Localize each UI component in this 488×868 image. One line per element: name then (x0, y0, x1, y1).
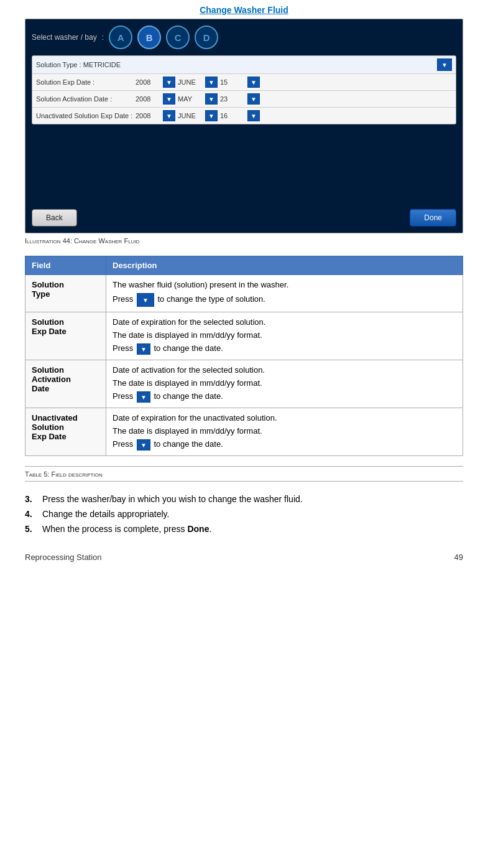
desc-p3: Press ▼ to change the date. (113, 343, 456, 355)
exp-year-dropdown[interactable]: ▼ (163, 77, 175, 88)
solution-exp-label: Solution Exp Date : (36, 78, 136, 86)
unact-day: 16 (220, 112, 245, 119)
washer-selector: Select washer / bay : A B C D (32, 26, 456, 49)
field-desc-solution-exp: Date of expiration for the selected solu… (106, 312, 463, 360)
desc-p2: Press ▼ to change the type of solution. (113, 293, 456, 307)
unact-year-dropdown[interactable]: ▼ (163, 110, 175, 121)
activation-date-label: Solution Activation Date : (36, 95, 136, 103)
exp-year: 2008 (136, 78, 160, 86)
dropdown-icon-large: ▼ (137, 293, 154, 307)
act-month-dropdown[interactable]: ▼ (205, 93, 218, 105)
table-header-field: Field (25, 256, 106, 275)
field-name-solution-exp: SolutionExp Date (25, 312, 106, 360)
solution-type-row: Solution Type : METRICIDE ▼ (32, 56, 456, 74)
steps-list: 3. Press the washer/bay in which you wis… (25, 494, 463, 534)
form-panel: Solution Type : METRICIDE ▼ Solution Exp… (32, 55, 456, 124)
field-desc-solution-type: The washer fluid (solution) present in t… (106, 275, 463, 312)
back-button[interactable]: Back (32, 209, 77, 226)
desc-p1: Date of expiration for the selected solu… (113, 317, 456, 327)
bottom-buttons: Back Done (32, 209, 456, 226)
table-row: UnactivatedSolutionExp Date Date of expi… (25, 408, 463, 456)
act-month: MAY (178, 95, 203, 103)
desc-p2: The date is displayed in mm/dd/yy format… (113, 426, 456, 436)
washer-btn-a[interactable]: A (109, 26, 132, 49)
step-5-text: When the process is complete, press Done… (42, 524, 211, 534)
illustration-caption: Illustration 44: Change Washer Fluid (25, 237, 463, 245)
unactivated-exp-controls: 2008 ▼ JUNE ▼ 16 ▼ (136, 110, 452, 121)
solution-exp-row: Solution Exp Date : 2008 ▼ JUNE ▼ 15 ▼ (32, 74, 456, 91)
step-4-num: 4. (25, 509, 36, 519)
field-name-solution-type: SolutionType (25, 275, 106, 312)
table-header-description: Description (106, 256, 463, 275)
footer-right: 49 (454, 553, 463, 562)
desc-p2: The date is displayed in mm/dd/yy format… (113, 378, 456, 388)
desc-p3: Press ▼ to change the date. (113, 391, 456, 403)
washer-btn-b[interactable]: B (137, 26, 161, 49)
unact-month-dropdown[interactable]: ▼ (205, 110, 218, 121)
solution-type-dropdown[interactable]: ▼ (437, 58, 452, 71)
unactivated-exp-row: Unactivated Solution Exp Date : 2008 ▼ J… (32, 108, 456, 124)
step-3-num: 3. (25, 494, 36, 504)
field-table: Field Description SolutionType The washe… (25, 256, 463, 456)
exp-day: 15 (220, 78, 245, 86)
solution-exp-controls: 2008 ▼ JUNE ▼ 15 ▼ (136, 77, 452, 88)
desc-p1: Date of expiration for the unactivated s… (113, 413, 456, 422)
unact-year: 2008 (136, 112, 160, 119)
table-row: SolutionExp Date Date of expiration for … (25, 312, 463, 360)
table-caption: Table 5: Field description (25, 470, 103, 478)
illustration-box: Select washer / bay : A B C D Solution T… (25, 19, 463, 233)
washer-btn-c[interactable]: C (166, 26, 190, 49)
activation-date-controls: 2008 ▼ MAY ▼ 23 ▼ (136, 93, 452, 105)
field-name-activation: SolutionActivationDate (25, 360, 106, 408)
table-row: SolutionType The washer fluid (solution)… (25, 275, 463, 312)
field-desc-unactivated: Date of expiration for the unactivated s… (106, 408, 463, 456)
washer-btn-d[interactable]: D (195, 26, 218, 49)
step-3: 3. Press the washer/bay in which you wis… (25, 494, 463, 504)
unact-day-dropdown[interactable]: ▼ (247, 110, 260, 121)
unactivated-exp-label: Unactivated Solution Exp Date : (36, 112, 136, 119)
solution-type-label: Solution Type : METRICIDE (36, 61, 437, 68)
washer-colon: : (102, 33, 104, 42)
page-title: Change Washer Fluid (25, 0, 463, 19)
page-footer: Reprocessing Station 49 (25, 553, 463, 562)
exp-day-dropdown[interactable]: ▼ (247, 77, 260, 88)
done-text: Done (187, 524, 209, 534)
dark-area (32, 129, 456, 204)
step-5-num: 5. (25, 524, 36, 534)
desc-p2: The date is displayed in mm/dd/yy format… (113, 330, 456, 340)
dropdown-icon-small: ▼ (137, 391, 150, 403)
footer-left: Reprocessing Station (25, 553, 102, 562)
step-5: 5. When the process is complete, press D… (25, 524, 463, 534)
desc-p3: Press ▼ to change the date. (113, 439, 456, 450)
step-4-text: Change the details appropriately. (42, 509, 169, 519)
exp-month-dropdown[interactable]: ▼ (205, 77, 218, 88)
activation-date-row: Solution Activation Date : 2008 ▼ MAY ▼ … (32, 91, 456, 108)
dropdown-icon-small: ▼ (137, 439, 150, 450)
step-3-text: Press the washer/bay in which you wish t… (42, 494, 303, 504)
field-name-unactivated: UnactivatedSolutionExp Date (25, 408, 106, 456)
table-row: SolutionActivationDate Date of activatio… (25, 360, 463, 408)
act-year-dropdown[interactable]: ▼ (163, 93, 175, 105)
caption-text: Illustration 44: Change Washer Fluid (25, 237, 139, 245)
unact-month: JUNE (178, 112, 203, 119)
act-day: 23 (220, 95, 245, 103)
field-desc-activation: Date of activation for the selected solu… (106, 360, 463, 408)
dropdown-icon-small: ▼ (137, 343, 150, 355)
done-button[interactable]: Done (410, 209, 456, 226)
washer-selector-label: Select washer / bay (32, 33, 97, 42)
desc-p1: Date of activation for the selected solu… (113, 365, 456, 375)
act-year: 2008 (136, 95, 160, 103)
exp-month: JUNE (178, 78, 203, 86)
desc-p1: The washer fluid (solution) present in t… (113, 280, 456, 289)
table-caption-area: Table 5: Field description (25, 466, 463, 482)
step-4: 4. Change the details appropriately. (25, 509, 463, 519)
act-day-dropdown[interactable]: ▼ (247, 93, 260, 105)
